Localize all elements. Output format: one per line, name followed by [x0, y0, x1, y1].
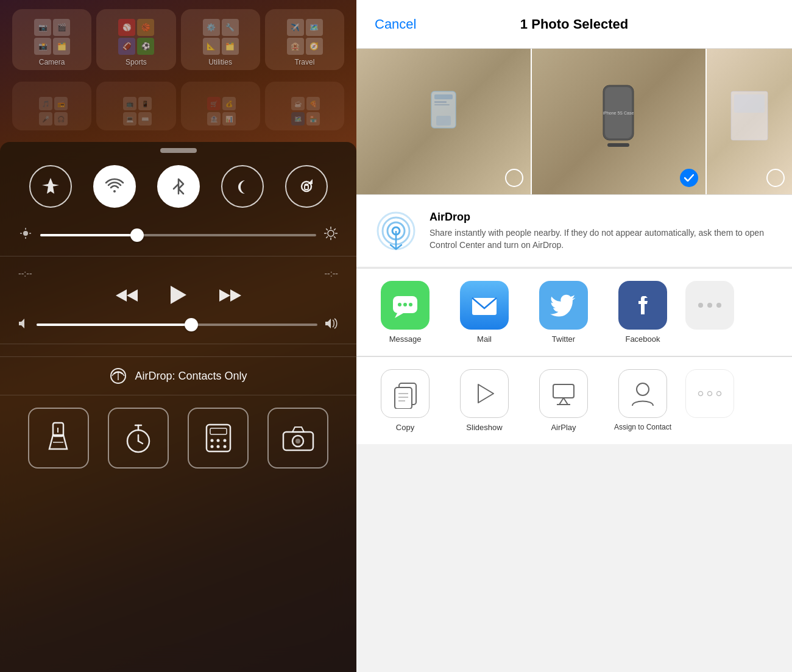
airplay-action[interactable]: AirPlay	[527, 369, 600, 432]
mini-icon: 🏀	[137, 19, 154, 36]
photo-1[interactable]	[356, 49, 532, 194]
mini-icon: 🗂️	[222, 38, 239, 55]
volume-min-icon	[18, 318, 29, 331]
mini-icon: ☕	[291, 97, 305, 110]
camera-folder[interactable]: 📷 🎬 📸 🗂️ Camera	[12, 9, 91, 70]
more-action[interactable]	[685, 369, 734, 432]
photo-1-select[interactable]	[505, 169, 523, 187]
airplay-label: AirPlay	[551, 423, 576, 432]
svg-rect-69	[395, 387, 412, 409]
photo-2-select[interactable]	[680, 169, 698, 187]
bluetooth-toggle[interactable]	[157, 165, 200, 208]
svg-marker-60	[395, 313, 403, 318]
svg-point-77	[637, 383, 649, 395]
svg-point-65	[698, 303, 703, 308]
facebook-share-item[interactable]: Facebook	[606, 281, 679, 344]
assign-contact-action[interactable]: Assign to Contact	[606, 369, 679, 432]
mini-icon: 🎵	[39, 97, 52, 110]
svg-marker-19	[219, 289, 230, 302]
svg-text:iPhone 5S Case: iPhone 5S Case	[603, 111, 634, 115]
svg-point-7	[328, 230, 334, 236]
svg-point-66	[707, 303, 712, 308]
time-elapsed: --:--	[18, 269, 32, 278]
rotation-lock-toggle[interactable]	[285, 165, 328, 208]
actions-row: Copy Slideshow AirPlay	[356, 357, 792, 444]
svg-point-37	[210, 445, 213, 448]
svg-point-2	[23, 231, 28, 236]
copy-action[interactable]: Copy	[369, 369, 442, 432]
svg-marker-16	[116, 289, 127, 302]
svg-point-35	[216, 439, 219, 442]
folder-row2-4[interactable]: ☕ 🍕 🗺️ 🏪	[265, 82, 344, 130]
twitter-icon	[539, 281, 588, 330]
share-title: 1 Photo Selected	[520, 16, 628, 32]
folder-row2-2[interactable]: 📺 📱 💻 ⌨️	[96, 82, 175, 130]
do-not-disturb-toggle[interactable]	[221, 165, 264, 208]
mini-icon: 🏦	[207, 112, 221, 126]
play-button[interactable]	[169, 285, 188, 306]
airdrop-info: AirDrop Share instantly with people near…	[430, 211, 774, 251]
svg-rect-33	[210, 428, 227, 434]
bluetooth-icon	[169, 177, 188, 196]
flashlight-button[interactable]	[28, 408, 89, 469]
svg-line-13	[334, 236, 336, 238]
airdrop-title: AirDrop	[430, 211, 774, 224]
svg-point-38	[216, 445, 219, 448]
airplane-mode-toggle[interactable]	[29, 165, 72, 208]
time-remaining: --:--	[324, 269, 338, 278]
airplane-icon	[41, 177, 60, 196]
mini-icon: 🏨	[287, 38, 304, 55]
mail-icon	[460, 281, 509, 330]
mini-icon: 🎧	[54, 112, 68, 126]
photo-2-content: iPhone 5S Case	[588, 73, 649, 171]
mini-icon: 🎬	[53, 19, 70, 36]
folder-label: Camera	[39, 58, 65, 66]
drag-handle[interactable]	[160, 148, 197, 153]
mini-icon: 📱	[138, 97, 152, 110]
mini-icon: 🎤	[39, 112, 52, 126]
utilities-folder[interactable]: ⚙️ 🔧 📐 🗂️ Utilities	[181, 9, 260, 70]
wifi-icon	[105, 177, 124, 196]
slideshow-action[interactable]: Slideshow	[448, 369, 521, 432]
more-share-item[interactable]	[685, 281, 734, 344]
photo-3[interactable]	[707, 49, 792, 194]
mini-icon: ⚽	[137, 38, 154, 55]
brightness-track[interactable]	[40, 234, 316, 236]
photo-3-select[interactable]	[766, 169, 785, 187]
mini-icon: 🧭	[306, 38, 323, 55]
airdrop-section: AirDrop Share instantly with people near…	[356, 195, 792, 267]
mail-share-item[interactable]: Mail	[448, 281, 521, 344]
facebook-icon	[618, 281, 667, 330]
svg-rect-44	[434, 94, 453, 99]
volume-track[interactable]	[37, 324, 317, 326]
camera-tool-button[interactable]	[267, 408, 328, 469]
calculator-button[interactable]	[188, 408, 249, 469]
svg-marker-22	[325, 319, 331, 328]
airdrop-row[interactable]: AirDrop: Contacts Only	[0, 356, 356, 395]
cancel-button[interactable]: Cancel	[375, 16, 416, 32]
message-share-item[interactable]: Message	[369, 281, 442, 344]
mini-icon: 💰	[222, 97, 236, 110]
volume-slider-row	[18, 318, 338, 331]
twitter-share-item[interactable]: Twitter	[527, 281, 600, 344]
svg-point-80	[717, 392, 721, 396]
rewind-button[interactable]	[115, 286, 139, 305]
travel-folder[interactable]: ✈️ 🗺️ 🏨 🧭 Travel	[265, 9, 344, 70]
timer-button[interactable]	[108, 408, 169, 469]
mini-icon: 📊	[222, 112, 236, 126]
volume-max-icon	[325, 318, 338, 331]
fast-forward-button[interactable]	[218, 286, 242, 305]
folder-row2-1[interactable]: 🎵 📻 🎤 🎧	[12, 82, 91, 130]
volume-thumb[interactable]	[185, 318, 198, 331]
svg-line-14	[326, 236, 328, 238]
folder-row2-3[interactable]: 🛒 💰 🏦 📊	[181, 82, 260, 130]
brightness-thumb[interactable]	[130, 228, 144, 242]
message-icon	[381, 281, 430, 330]
svg-point-39	[223, 445, 226, 448]
share-sheet-panel: Cancel 1 Photo Selected	[356, 0, 792, 672]
sports-folder[interactable]: ⚾ 🏀 🏈 ⚽ Sports	[96, 9, 175, 70]
wifi-toggle[interactable]	[93, 165, 136, 208]
moon-icon	[233, 177, 252, 196]
photo-2[interactable]: iPhone 5S Case	[532, 49, 707, 194]
svg-point-78	[699, 392, 703, 396]
